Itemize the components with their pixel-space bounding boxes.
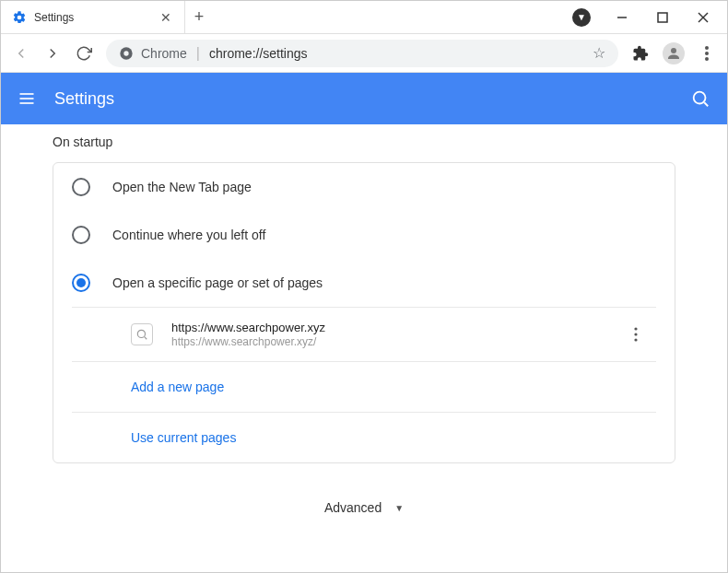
page-entry-title: https://www.searchpower.xyz <box>171 321 616 334</box>
incognito-indicator-icon: ▼ <box>572 8 591 27</box>
svg-point-6 <box>671 48 676 53</box>
svg-rect-1 <box>658 13 667 22</box>
window-titlebar: Settings ✕ + ▼ <box>1 1 727 34</box>
page-entry-url: https://www.searchpower.xyz/ <box>171 335 616 348</box>
profile-avatar[interactable] <box>663 42 685 64</box>
content-scroll[interactable]: On startup Open the New Tab page Continu… <box>1 124 727 573</box>
search-icon[interactable] <box>690 88 710 109</box>
svg-point-9 <box>705 57 709 61</box>
tab-close-icon[interactable]: ✕ <box>159 10 173 25</box>
add-page-row[interactable]: Add a new page <box>72 361 656 412</box>
svg-point-7 <box>705 46 709 50</box>
reload-button[interactable] <box>75 44 93 63</box>
extensions-icon[interactable] <box>631 44 650 63</box>
radio-continue[interactable]: Continue where you left off <box>53 211 675 259</box>
url-text: chrome://settings <box>209 46 308 61</box>
svg-point-5 <box>123 51 128 55</box>
radio-label: Open the New Tab page <box>112 180 252 194</box>
forward-button[interactable] <box>43 44 62 63</box>
bookmark-star-icon[interactable]: ☆ <box>593 44 605 62</box>
radio-label: Open a specific page or set of pages <box>112 275 323 290</box>
hamburger-menu-icon[interactable] <box>18 89 36 108</box>
svg-point-15 <box>137 330 145 337</box>
svg-line-14 <box>704 102 708 106</box>
page-entry-menu-icon[interactable] <box>634 327 638 342</box>
use-current-row[interactable]: Use current pages <box>72 412 656 462</box>
radio-label: Continue where you left off <box>112 228 265 242</box>
minimize-button[interactable] <box>613 8 631 27</box>
use-current-link[interactable]: Use current pages <box>131 430 236 445</box>
startup-page-row: https://www.searchpower.xyz https://www.… <box>72 307 656 361</box>
new-tab-button[interactable]: + <box>185 1 213 33</box>
radio-open-new-tab[interactable]: Open the New Tab page <box>53 163 675 211</box>
url-scheme: Chrome <box>141 46 187 61</box>
page-favicon-icon <box>131 323 153 345</box>
maximize-button[interactable] <box>653 8 672 27</box>
svg-point-13 <box>694 92 706 104</box>
gear-icon <box>12 10 27 25</box>
advanced-toggle[interactable]: Advanced ▼ <box>53 463 675 552</box>
svg-point-8 <box>705 52 709 55</box>
chrome-icon <box>119 46 134 61</box>
settings-header: Settings <box>1 73 727 124</box>
radio-specific-page[interactable]: Open a specific page or set of pages <box>53 259 675 307</box>
page-title: Settings <box>54 89 672 109</box>
chevron-down-icon: ▼ <box>394 503 404 513</box>
svg-point-17 <box>634 327 637 330</box>
address-bar: Chrome | chrome://settings ☆ <box>1 34 727 73</box>
page-info: https://www.searchpower.xyz https://www.… <box>171 321 616 348</box>
advanced-label: Advanced <box>324 500 382 515</box>
startup-card: Open the New Tab page Continue where you… <box>53 162 675 463</box>
url-input[interactable]: Chrome | chrome://settings ☆ <box>106 40 618 67</box>
browser-tab[interactable]: Settings ✕ <box>1 1 185 33</box>
radio-icon <box>72 274 90 292</box>
svg-line-16 <box>145 337 147 340</box>
radio-icon <box>72 178 90 196</box>
section-title: On startup <box>53 134 675 149</box>
kebab-menu-icon[interactable] <box>698 44 716 63</box>
radio-icon <box>72 226 90 244</box>
close-button[interactable] <box>694 8 712 27</box>
window-controls: ▼ <box>572 1 727 33</box>
svg-point-19 <box>634 338 637 341</box>
tab-title: Settings <box>34 11 151 24</box>
svg-point-18 <box>634 333 637 335</box>
add-page-link[interactable]: Add a new page <box>131 380 224 394</box>
back-button[interactable] <box>12 44 30 63</box>
